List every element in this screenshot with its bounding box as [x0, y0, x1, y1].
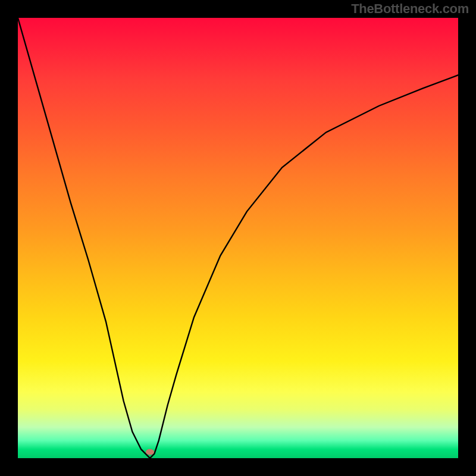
optimum-point-marker — [146, 449, 154, 455]
watermark-text: TheBottleneck.com — [351, 1, 469, 17]
plot-area — [18, 18, 458, 458]
bottleneck-curve — [18, 18, 458, 458]
bottleneck-curve-svg — [18, 18, 458, 458]
chart-frame: TheBottleneck.com — [0, 0, 476, 476]
